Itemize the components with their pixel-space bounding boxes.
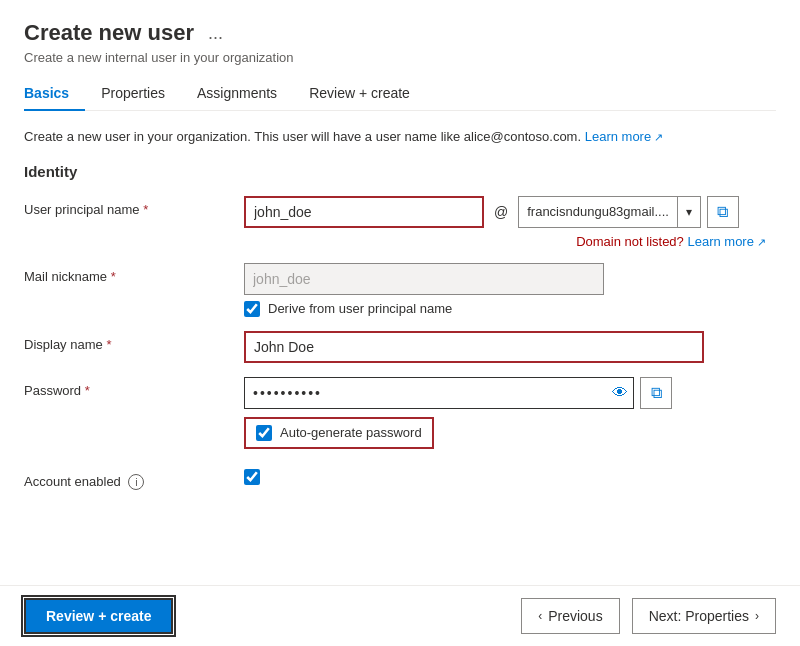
copy-upn-button[interactable]: ⧉ bbox=[707, 196, 739, 228]
mail-nickname-input[interactable] bbox=[244, 263, 604, 295]
account-enabled-control bbox=[244, 469, 776, 488]
copy-password-icon: ⧉ bbox=[651, 384, 662, 402]
password-row: Password * 👁 ⧉ bbox=[24, 377, 776, 449]
required-indicator: * bbox=[85, 383, 90, 398]
page-subtitle: Create a new internal user in your organ… bbox=[24, 50, 776, 65]
domain-learn-more-link[interactable]: Learn more bbox=[687, 234, 766, 249]
info-banner: Create a new user in your organization. … bbox=[24, 127, 776, 147]
domain-help-text: Domain not listed? Learn more bbox=[244, 234, 776, 249]
auto-generate-label: Auto-generate password bbox=[280, 425, 422, 440]
display-name-label: Display name * bbox=[24, 331, 244, 352]
previous-button[interactable]: ‹ Previous bbox=[521, 598, 619, 634]
copy-password-button[interactable]: ⧉ bbox=[640, 377, 672, 409]
next-properties-label: Next: Properties bbox=[649, 608, 749, 624]
more-options-button[interactable]: ... bbox=[204, 21, 227, 46]
required-indicator: * bbox=[143, 202, 148, 217]
previous-label: Previous bbox=[548, 608, 602, 624]
tab-basics[interactable]: Basics bbox=[24, 77, 85, 111]
domain-select-wrapper: francisndungu83gmail.... ▾ bbox=[518, 196, 701, 228]
mail-nickname-control: Derive from user principal name bbox=[244, 263, 776, 317]
display-name-input[interactable] bbox=[244, 331, 704, 363]
mail-nickname-label: Mail nickname * bbox=[24, 263, 244, 284]
review-create-button[interactable]: Review + create bbox=[24, 598, 173, 634]
tab-review-create[interactable]: Review + create bbox=[293, 77, 426, 111]
derive-checkbox[interactable] bbox=[244, 301, 260, 317]
domain-select-text: francisndungu83gmail.... bbox=[519, 204, 677, 219]
user-principal-name-input[interactable] bbox=[244, 196, 484, 228]
show-password-button[interactable]: 👁 bbox=[612, 384, 628, 402]
account-enabled-row: Account enabled i bbox=[24, 463, 776, 495]
info-learn-more-link[interactable]: Learn more bbox=[585, 129, 664, 144]
identity-section-title: Identity bbox=[24, 163, 776, 180]
page-title: Create new user bbox=[24, 20, 194, 46]
password-control: 👁 ⧉ Auto-generate password bbox=[244, 377, 776, 449]
auto-generate-checkbox[interactable] bbox=[256, 425, 272, 441]
account-enabled-checkbox[interactable] bbox=[244, 469, 260, 485]
tab-assignments[interactable]: Assignments bbox=[181, 77, 293, 111]
mail-nickname-row: Mail nickname * Derive from user princip… bbox=[24, 263, 776, 317]
display-name-row: Display name * bbox=[24, 331, 776, 363]
derive-checkbox-label: Derive from user principal name bbox=[268, 301, 452, 316]
tabs-nav: Basics Properties Assignments Review + c… bbox=[24, 77, 776, 111]
at-symbol: @ bbox=[490, 204, 512, 220]
account-enabled-info-icon[interactable]: i bbox=[128, 474, 144, 490]
footer: Review + create ‹ Previous Next: Propert… bbox=[0, 585, 800, 646]
eye-icon: 👁 bbox=[612, 384, 628, 401]
display-name-control bbox=[244, 331, 776, 363]
account-enabled-label: Account enabled i bbox=[24, 468, 244, 490]
tab-properties[interactable]: Properties bbox=[85, 77, 181, 111]
password-wrapper: 👁 bbox=[244, 377, 634, 409]
next-properties-button[interactable]: Next: Properties › bbox=[632, 598, 776, 634]
required-indicator: * bbox=[106, 337, 111, 352]
password-input[interactable] bbox=[244, 377, 634, 409]
chevron-left-icon: ‹ bbox=[538, 609, 542, 623]
user-principal-name-row: User principal name * @ francisndungu83g… bbox=[24, 196, 776, 249]
required-indicator: * bbox=[111, 269, 116, 284]
auto-generate-box: Auto-generate password bbox=[244, 417, 434, 449]
user-principal-name-control: @ francisndungu83gmail.... ▾ ⧉ Domain no… bbox=[244, 196, 776, 249]
user-principal-name-label: User principal name * bbox=[24, 196, 244, 217]
chevron-right-icon: › bbox=[755, 609, 759, 623]
domain-dropdown-button[interactable]: ▾ bbox=[677, 197, 700, 227]
copy-icon: ⧉ bbox=[717, 203, 728, 221]
derive-checkbox-row: Derive from user principal name bbox=[244, 301, 776, 317]
password-label: Password * bbox=[24, 377, 244, 398]
